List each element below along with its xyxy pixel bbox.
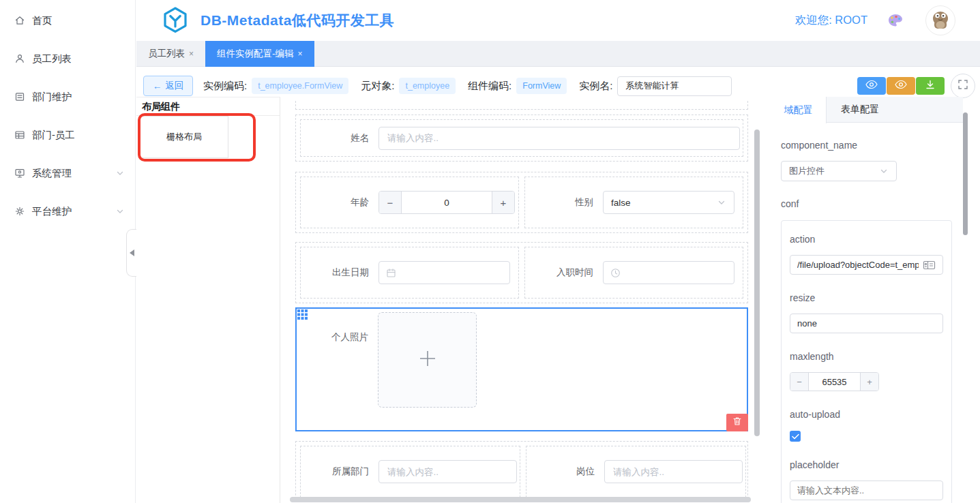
instance-code-label: 实例编码:: [203, 80, 247, 93]
grid-row-dates[interactable]: 出生日期 入职时间: [295, 242, 748, 303]
form-design-canvas: 姓名 年龄 − 0 + 性别 false 出生日期: [295, 101, 748, 503]
theme-palette-icon[interactable]: [888, 14, 903, 28]
close-icon[interactable]: ×: [189, 49, 194, 59]
page-tabbar: 员工列表 × 组件实例配置-编辑 ×: [136, 41, 980, 67]
grid-col: 年龄 − 0 +: [300, 177, 519, 228]
resize-label: resize: [790, 292, 943, 303]
tab-component-instance-edit[interactable]: 组件实例配置-编辑 ×: [205, 41, 314, 67]
sidebar-item-dept-maintain[interactable]: 部门维护: [0, 78, 135, 116]
birthdate-picker[interactable]: [378, 261, 510, 284]
components-panel-title: 布局组件: [136, 97, 280, 116]
inspector-panel: component_name 图片控件 conf action resize m…: [781, 123, 952, 503]
app-header: DB-Metadata低代码开发工具 欢迎您: ROOT: [136, 0, 980, 41]
grid-row-name[interactable]: 姓名: [295, 115, 748, 162]
close-icon[interactable]: ×: [298, 49, 303, 59]
tab-label: 组件实例配置-编辑: [217, 48, 294, 60]
sidebar: 首页 员工列表 部门维护 部门-员工 系统管理 平台维护: [0, 0, 136, 503]
decrease-button[interactable]: −: [379, 192, 402, 213]
sidebar-item-home[interactable]: 首页: [0, 1, 135, 40]
conf-box: action resize maxlength − 65535 + auto-u…: [781, 220, 952, 503]
field-label: 个人照片: [300, 331, 368, 344]
instance-name-input[interactable]: [617, 76, 732, 96]
auto-upload-checkbox[interactable]: [790, 431, 801, 442]
tab-form-config[interactable]: 表单配置: [827, 97, 893, 123]
name-input[interactable]: [378, 127, 740, 150]
age-number-stepper[interactable]: − 0 +: [378, 191, 515, 214]
download-icon: [925, 79, 936, 93]
placeholder-input[interactable]: [797, 485, 936, 496]
increase-button[interactable]: +: [492, 192, 514, 213]
id-card-icon[interactable]: [923, 260, 936, 271]
drag-handle-icon[interactable]: [297, 309, 308, 320]
chevron-down-icon: [116, 169, 124, 177]
user-avatar[interactable]: [925, 5, 955, 35]
preview-alt-button[interactable]: [887, 77, 915, 95]
sidebar-collapse-handle[interactable]: [126, 229, 136, 277]
sidebar-item-label: 系统管理: [32, 167, 72, 180]
sidebar-item-label: 部门-员工: [32, 129, 75, 142]
field-label: 岗位: [526, 466, 595, 478]
sidebar-item-system-manage[interactable]: 系统管理: [0, 154, 135, 192]
preview-button[interactable]: [857, 77, 886, 95]
grid-layout-component[interactable]: 栅格布局: [140, 116, 228, 158]
grid-col: 所属部门: [300, 446, 520, 498]
eye-icon: [895, 80, 907, 92]
canvas-vertical-scrollbar[interactable]: [754, 129, 760, 436]
increase-button[interactable]: +: [860, 373, 878, 391]
resize-input-wrap: [790, 314, 943, 333]
photo-upload-area[interactable]: [378, 312, 477, 408]
action-field: action: [790, 234, 943, 275]
gear-icon: [14, 206, 25, 217]
hiretime-picker[interactable]: [603, 261, 734, 284]
inspector-tabs: 域配置 表单配置: [771, 97, 963, 123]
age-value[interactable]: 0: [402, 192, 492, 213]
sidebar-item-label: 员工列表: [32, 52, 72, 65]
delete-component-button[interactable]: [726, 414, 748, 431]
component-code-tag: FormView: [516, 78, 567, 94]
placeholder-label: placeholder: [790, 459, 943, 470]
clipped-row: [295, 101, 748, 110]
component-code-label: 组件编码:: [468, 80, 511, 93]
chevron-down-icon: [116, 207, 124, 215]
maxlength-value[interactable]: 65535: [809, 373, 860, 391]
maxlength-field: maxlength − 65535 +: [790, 351, 943, 391]
dept-input[interactable]: [378, 460, 517, 483]
maxlength-stepper[interactable]: − 65535 +: [790, 372, 879, 391]
monitor-icon: [14, 168, 25, 179]
field-label: 年龄: [301, 196, 369, 209]
back-button[interactable]: ← 返回: [143, 76, 193, 96]
component-name-select[interactable]: 图片控件: [781, 161, 897, 181]
post-input[interactable]: [604, 460, 743, 483]
sidebar-item-platform-maintain[interactable]: 平台维护: [0, 192, 135, 230]
grid-row-photo-selected[interactable]: 个人照片: [295, 307, 748, 431]
grid-row-dept-post[interactable]: 所属部门 岗位: [295, 441, 748, 502]
chevron-down-icon: [879, 166, 889, 176]
back-arrow-icon: ←: [153, 81, 162, 91]
sidebar-item-dept-employee[interactable]: 部门-员工: [0, 116, 135, 154]
canvas-horizontal-scrollbar[interactable]: [290, 497, 751, 502]
gender-select[interactable]: false: [603, 191, 734, 214]
decrease-button[interactable]: −: [790, 373, 809, 391]
plus-icon: [417, 348, 438, 371]
field-label: 出生日期: [301, 266, 369, 279]
action-label: action: [790, 234, 943, 245]
maxlength-label: maxlength: [790, 351, 943, 362]
fullscreen-icon: [957, 79, 968, 93]
tab-employee-list[interactable]: 员工列表 ×: [136, 41, 205, 67]
placeholder-input-wrap: [790, 481, 943, 500]
resize-input[interactable]: [797, 318, 936, 329]
action-input[interactable]: [797, 260, 919, 270]
field-label: 姓名: [301, 132, 369, 144]
sidebar-item-employee-list[interactable]: 员工列表: [0, 40, 135, 78]
user-icon: [14, 53, 25, 64]
grid-row-age-gender[interactable]: 年龄 − 0 + 性别 false: [295, 172, 748, 233]
sidebar-item-label: 部门维护: [32, 91, 72, 104]
chevron-down-icon: [717, 198, 726, 207]
fullscreen-button[interactable]: [951, 74, 975, 98]
org-table-icon: [14, 129, 25, 140]
placeholder-field: placeholder: [790, 459, 943, 500]
grid-col: 岗位: [526, 446, 746, 498]
inspector-scrollbar[interactable]: [963, 112, 968, 235]
save-download-button[interactable]: [916, 77, 945, 95]
tab-field-config[interactable]: 域配置: [771, 97, 827, 123]
